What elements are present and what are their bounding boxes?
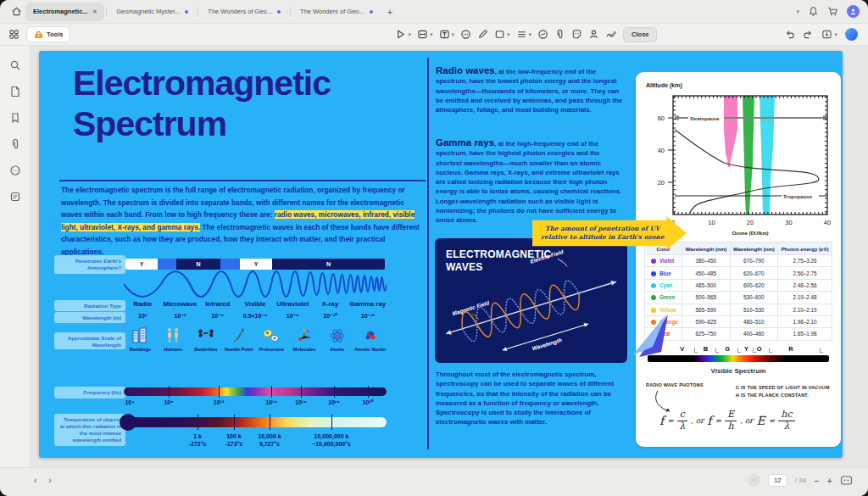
radiation-type: Gamma ray xyxy=(349,300,387,308)
chevron-down-icon[interactable]: ▾ xyxy=(529,31,532,38)
freq-tick xyxy=(169,386,170,398)
freq-value: 10⁸ xyxy=(164,399,173,405)
tabs-overflow-chevron-icon[interactable]: ▾ xyxy=(796,8,799,15)
attachment-icon[interactable] xyxy=(9,138,21,150)
save-tool[interactable]: ▾ xyxy=(821,29,837,40)
letter-y: Y xyxy=(744,345,748,353)
chevron-down-icon[interactable]: ▾ xyxy=(834,31,837,38)
tab-label: Geomagnetic Myster... xyxy=(116,8,180,15)
search-icon[interactable] xyxy=(9,59,21,71)
tab-label: Electromagnetic... xyxy=(33,8,88,15)
tab-geomagnetic[interactable]: Geomagnetic Myster... xyxy=(108,3,196,21)
user-avatar[interactable] xyxy=(847,5,860,18)
wavelength2-cell: 600–620 xyxy=(730,279,778,291)
chevron-down-icon[interactable]: ▾ xyxy=(452,31,455,38)
sticker-tool[interactable] xyxy=(571,29,582,40)
page-number-input[interactable]: 12 xyxy=(768,474,787,487)
zoom-out-button[interactable]: − xyxy=(814,476,819,486)
attachment-tool[interactable] xyxy=(554,29,565,40)
xtick: 30 xyxy=(785,219,792,226)
photon-energy-cell: 2.48–2.56 xyxy=(778,279,832,291)
temp-tick xyxy=(198,415,198,430)
callout-line1: The amount of penetration of UV xyxy=(541,225,665,234)
uv-callout: The amount of penetration of UV relative… xyxy=(532,216,687,250)
view-mode-tool[interactable]: ▾ xyxy=(417,29,433,40)
photon-energy-cell: 2.10–2.19 xyxy=(778,304,832,315)
prev-page-button[interactable]: ‹ xyxy=(748,474,760,487)
line-style-tool[interactable]: ▾ xyxy=(516,29,532,40)
scale-row: Buildings Humans Butterflies Needle Poin… xyxy=(124,326,387,352)
history-back-button[interactable]: ‹ xyxy=(34,476,36,485)
chevron-down-icon[interactable]: ▾ xyxy=(430,31,433,38)
chevron-down-icon[interactable]: ▾ xyxy=(408,31,411,38)
zoom-in-button[interactable]: + xyxy=(827,476,832,486)
tab-wonders-1[interactable]: The Wonders of Geo... xyxy=(200,3,288,21)
wavelength-cell: 500–565 xyxy=(682,292,731,304)
bookmark-icon[interactable] xyxy=(9,112,21,124)
temp-value: 100 k-173°c xyxy=(225,432,243,448)
pencil-tool[interactable] xyxy=(477,29,488,40)
page-total: / 34 xyxy=(795,476,806,484)
home-button[interactable] xyxy=(7,3,25,21)
protozoans-icon xyxy=(262,326,281,345)
new-tab-button[interactable]: + xyxy=(387,7,392,17)
radiation-type: Infrared xyxy=(199,300,236,308)
penetrates-label: Penetrates Earth's Atmosphere? xyxy=(54,255,125,274)
fit-width-icon[interactable] xyxy=(840,475,853,486)
tab-electromagnetic[interactable]: Electromagnetic... × xyxy=(25,3,104,21)
cart-icon[interactable] xyxy=(827,6,838,17)
photon-energy-cell: 1.98–2.10 xyxy=(778,315,832,327)
xtick: 10 xyxy=(708,219,715,226)
undo-icon[interactable] xyxy=(784,29,795,40)
history-forward-button[interactable]: › xyxy=(48,476,51,485)
photon-energy-cell: 2.56–2.75 xyxy=(778,267,832,279)
color-dot xyxy=(651,271,656,276)
ai-assistant-button[interactable] xyxy=(845,28,858,41)
signature-person-tool[interactable] xyxy=(588,29,599,40)
bell-icon[interactable] xyxy=(808,6,819,17)
column-divider xyxy=(427,58,429,449)
table-header: Wavelength (nm) xyxy=(682,242,731,255)
radiation-type: Visible xyxy=(236,300,274,308)
text-tool[interactable]: ▾ xyxy=(439,29,455,40)
comment-tool[interactable] xyxy=(460,29,471,40)
rectangle-tool[interactable]: ▾ xyxy=(494,29,510,40)
redo-icon[interactable] xyxy=(803,29,814,40)
letter-tick xyxy=(715,348,719,353)
tab-close-icon[interactable]: × xyxy=(93,8,97,15)
color-name: Green xyxy=(659,294,675,300)
tab-wonders-2[interactable]: The Wonders of Geo... xyxy=(292,3,381,21)
freq-value: 10¹⁵ xyxy=(265,399,276,405)
apps-grid-icon[interactable] xyxy=(8,29,19,40)
fill-sign-tool[interactable] xyxy=(605,29,617,40)
tools-button[interactable]: Tools xyxy=(26,26,70,42)
unsaved-dot xyxy=(370,10,373,14)
extract-pages-icon[interactable] xyxy=(9,191,21,203)
ytick: 40 xyxy=(658,147,665,154)
radiation-type: Ultraviolet xyxy=(274,300,311,308)
comments-panel-icon[interactable] xyxy=(9,164,21,176)
pencil-icon xyxy=(477,29,488,40)
wavelength2-cell: 400–480 xyxy=(730,328,778,340)
scale-item: Needle Point xyxy=(222,326,255,352)
wavelength2-cell: 510–530 xyxy=(730,304,778,315)
xtick: 20 xyxy=(747,219,754,226)
visible-spectrum-bar xyxy=(648,355,829,362)
close-button[interactable]: Close xyxy=(623,27,657,42)
signature-icon xyxy=(605,29,617,40)
tab-separator xyxy=(198,7,198,17)
document-canvas[interactable]: Electromagnetic Spectrum The electromagn… xyxy=(31,46,868,467)
toolbox-icon xyxy=(34,31,43,39)
chart-xlabel: Ozone (DU/km) xyxy=(732,231,768,236)
ytick: 20 xyxy=(658,179,665,187)
tab-label: The Wonders of Geo... xyxy=(300,8,364,15)
stamp-tool[interactable] xyxy=(537,29,548,40)
color-dot xyxy=(651,259,656,264)
select-tool[interactable]: ▾ xyxy=(395,29,411,40)
letter-b: B xyxy=(704,345,708,353)
wavelength-value: 10⁻⁵ xyxy=(199,313,236,320)
letter-o: O xyxy=(757,345,762,353)
wavelength-value: 10⁻² xyxy=(161,313,198,320)
thumbnails-icon[interactable] xyxy=(9,86,21,98)
chevron-down-icon[interactable]: ▾ xyxy=(507,31,510,38)
